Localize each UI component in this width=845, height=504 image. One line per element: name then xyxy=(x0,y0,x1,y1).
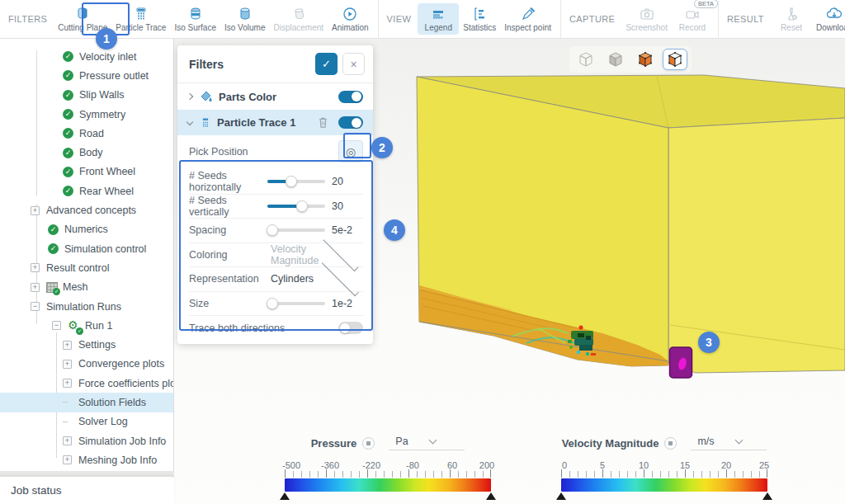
tree-item-force-coefficients-plot[interactable]: +Force coefficients plot xyxy=(0,374,173,393)
view-mode-surface-mesh-button[interactable] xyxy=(633,49,658,70)
velocity-unit-select[interactable]: m/s xyxy=(691,436,767,450)
expand-plus-icon[interactable]: + xyxy=(63,360,72,369)
animation-button[interactable]: Animation xyxy=(328,3,372,35)
tree-item-symmetry[interactable]: ✓Symmetry xyxy=(0,105,173,124)
displacement-button[interactable]: Displacement xyxy=(269,3,328,35)
view-mode-selected-button[interactable] xyxy=(663,49,687,70)
range-min-handle[interactable] xyxy=(280,492,290,500)
render-mode-toolbar xyxy=(569,46,692,73)
tree-item-advanced-concepts[interactable]: +Advanced concepts xyxy=(0,200,173,219)
particle-trace-button[interactable]: Particle Trace xyxy=(111,3,170,35)
collapse-minus-icon[interactable]: − xyxy=(52,321,61,330)
pick-position-button[interactable]: ◎ xyxy=(338,140,363,163)
annotation-badge-2: 2 xyxy=(371,137,393,158)
particle-trace-filter-label: Particle Trace 1 xyxy=(217,116,318,129)
download-label: Download xyxy=(816,23,845,32)
tree-item-simulation-runs[interactable]: −Simulation Runs xyxy=(0,297,173,316)
download-button[interactable]: Download xyxy=(812,3,845,35)
tree-item-mesh[interactable]: +Mesh xyxy=(0,278,173,297)
range-max-handle[interactable] xyxy=(762,492,772,500)
tree-item-meshing-job-info[interactable]: +Meshing Job Info xyxy=(0,450,173,469)
seeds-horizontally-value: 20 xyxy=(332,176,363,187)
chevron-down-icon xyxy=(186,118,193,125)
close-icon: × xyxy=(350,58,356,71)
target-icon: ◎ xyxy=(346,145,356,158)
iso-volume-button[interactable]: Iso Volume xyxy=(220,3,269,35)
view-mode-surface-button[interactable] xyxy=(603,49,628,70)
legend-button[interactable]: Legend xyxy=(418,3,459,35)
screenshot-button[interactable]: Screenshot xyxy=(621,3,672,35)
tree-item-result-control[interactable]: +Result control xyxy=(0,258,173,277)
view-mode-wireframe-button[interactable] xyxy=(574,49,598,70)
range-max-handle[interactable] xyxy=(486,492,496,500)
displacement-label: Displacement xyxy=(273,23,323,32)
tree-item-front-wheel[interactable]: ✓Front Wheel xyxy=(0,163,173,181)
particle-trace-toggle[interactable] xyxy=(338,116,363,129)
parts-color-row[interactable]: Parts Color xyxy=(177,83,373,110)
annotation-badge-3: 3 xyxy=(698,332,720,353)
spacing-slider[interactable] xyxy=(267,228,325,232)
tree-item-numerics[interactable]: ✓Numerics xyxy=(0,220,173,239)
section-label-capture: CAPTURE xyxy=(569,14,615,24)
tree-item-slip-walls[interactable]: ✓Slip Walls xyxy=(0,86,173,105)
tree-item-body[interactable]: ✓Body xyxy=(0,143,173,162)
tree-item-road[interactable]: ✓Road xyxy=(0,124,173,143)
wireframe-cube-icon xyxy=(578,51,594,68)
seeds-vertically-slider[interactable] xyxy=(267,205,325,208)
coloring-select[interactable]: Velocity Magnitude xyxy=(271,243,363,266)
particle-trace-row[interactable]: Particle Trace 1 xyxy=(177,110,373,135)
record-label: Record xyxy=(679,23,706,32)
tree-item-solver-log[interactable]: Solver Log xyxy=(0,412,173,431)
parts-color-toggle[interactable] xyxy=(338,91,363,103)
box-right-face xyxy=(668,118,845,373)
particle-trace-icon xyxy=(134,6,149,21)
close-filters-button[interactable]: × xyxy=(342,53,365,75)
representation-row: Representation Cylinders xyxy=(189,267,363,292)
tree-item-settings[interactable]: +Settings xyxy=(0,335,173,354)
check-circle-icon: ✓ xyxy=(48,243,59,254)
apply-filters-button[interactable]: ✓ xyxy=(315,53,338,75)
check-circle-icon: ✓ xyxy=(63,70,73,81)
expand-plus-icon[interactable]: + xyxy=(31,206,40,215)
velocity-legend-title: Velocity Magnitude xyxy=(562,437,659,450)
expand-plus-icon[interactable]: + xyxy=(63,341,72,350)
annotation-badge-1: 1 xyxy=(96,28,117,49)
velocity-colorbar[interactable] xyxy=(561,478,767,492)
expand-plus-icon[interactable]: + xyxy=(63,455,72,464)
tree-item-simulation-control[interactable]: ✓Simulation control xyxy=(0,239,173,258)
job-status-label: Job status xyxy=(11,484,62,497)
trace-both-directions-toggle[interactable] xyxy=(338,322,363,334)
pressure-colorbar[interactable] xyxy=(285,478,491,492)
pressure-unit-select[interactable]: Pa xyxy=(389,436,465,450)
inspect-point-button[interactable]: Inspect point xyxy=(500,3,555,35)
tree-item-convergence-plots[interactable]: +Convergence plots xyxy=(0,355,173,374)
collapse-minus-icon[interactable]: − xyxy=(31,302,40,311)
simulation-tree-panel: ✓Velocity inlet ✓Pressure outlet ✓Slip W… xyxy=(0,39,174,471)
size-slider[interactable] xyxy=(267,302,325,305)
expand-plus-icon[interactable]: + xyxy=(63,436,72,445)
tree-item-solution-fields[interactable]: Solution Fields xyxy=(0,393,173,412)
tree-item-velocity-inlet[interactable]: ✓Velocity inlet xyxy=(0,47,173,66)
pressure-legend-settings-icon[interactable] xyxy=(362,437,375,450)
tree-item-rear-wheel[interactable]: ✓Rear Wheel xyxy=(0,181,173,200)
velocity-legend-settings-icon[interactable] xyxy=(664,437,677,450)
download-cloud-icon xyxy=(826,6,843,21)
pressure-legend-title: Pressure xyxy=(311,437,357,450)
representation-select[interactable]: Cylinders xyxy=(271,273,363,285)
trash-icon[interactable] xyxy=(318,116,328,129)
job-status-bar[interactable]: Job status xyxy=(0,476,174,504)
reset-button[interactable]: Reset xyxy=(771,3,812,35)
seeds-vertically-value: 30 xyxy=(332,200,363,212)
seeds-horizontally-slider[interactable] xyxy=(267,180,325,183)
iso-surface-button[interactable]: Iso Surface xyxy=(170,3,220,35)
tree-item-run-1[interactable]: −⚙Run 1 xyxy=(0,316,173,335)
expand-plus-icon[interactable]: + xyxy=(31,263,40,272)
statistics-button[interactable]: Statistics xyxy=(459,3,500,35)
displacement-icon xyxy=(291,6,306,21)
expand-plus-icon[interactable]: + xyxy=(63,379,72,388)
tree-item-simulation-job-info[interactable]: +Simulation Job Info xyxy=(0,431,173,450)
range-min-handle[interactable] xyxy=(556,492,566,500)
expand-plus-icon[interactable]: + xyxy=(31,283,40,292)
record-button[interactable]: BETA Record xyxy=(672,3,713,35)
tree-item-pressure-outlet[interactable]: ✓Pressure outlet xyxy=(0,66,173,85)
